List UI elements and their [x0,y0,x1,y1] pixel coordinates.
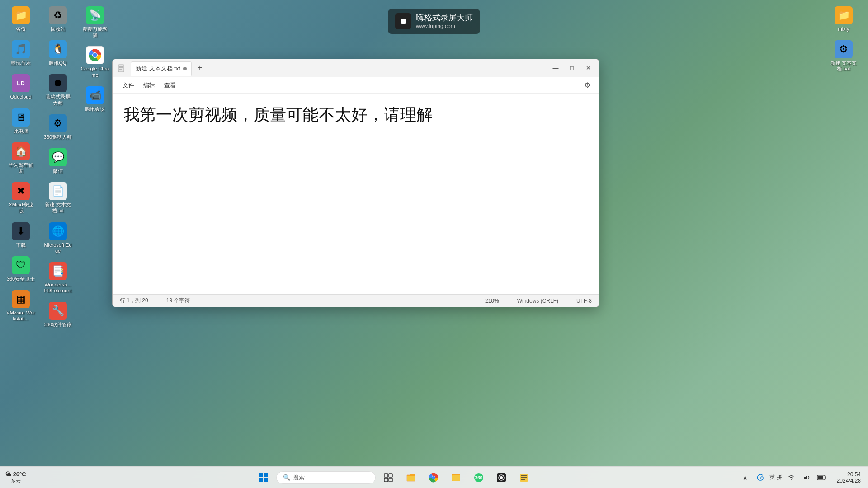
desktop-icon-label: 新建 文本文 档.bat [829,60,858,72]
svg-rect-13 [384,478,388,482]
notepad-window: 新建 文本文档.txt + — □ ✕ 文件 编辑 查看 ⚙ 我第一次剪视频，质… [112,59,599,307]
desktop-icon-huawei[interactable]: 🏠 华为驾车辅助 [5,141,37,176]
svg-point-17 [432,476,435,479]
huawei-icon: 🏠 [12,142,30,160]
desktop-icon-label: mixly [838,26,849,32]
desktop-icon-tencent-meeting[interactable]: 📹 腾讯会议 [79,84,111,114]
chrome-taskbar-button[interactable] [424,468,443,488]
weather-icon: 🌥 [5,471,11,478]
desktop-icon-label: 华为驾车辅助 [6,162,35,174]
desktop-icon-bat[interactable]: ⚙ 新建 文本文 档.bat [827,38,860,74]
tab-title: 新建 文本文档.txt [136,65,180,73]
desktop-icon-label: 360软件管家 [44,322,72,328]
desktop-icon-odecloud[interactable]: LD Odecloud [5,72,37,102]
taskbar-clock[interactable]: 20:54 2024/4/28 [831,470,863,485]
desktop-icon-computer[interactable]: 🖥 此电脑 [5,107,37,136]
notepad-menubar: 文件 编辑 查看 ⚙ [113,77,599,94]
battery-icon[interactable] [816,471,828,484]
taskbar: 🌥 26°C 多云 🔍 搜索 [0,466,868,488]
desktop-icon-label: 嗨格式录屏大师 [43,94,72,106]
task-view-button[interactable] [378,468,398,488]
lang-pin: 拼 [777,474,782,481]
lang-en: 英 [769,474,775,481]
desktop-icon-360safe[interactable]: 🛡 360安全卫士 [5,254,37,284]
svg-text:360: 360 [475,475,483,480]
chrome-icon [86,46,104,64]
volume-icon[interactable] [800,471,813,484]
settings-button[interactable]: ⚙ [581,79,594,92]
desktop-icon-360soft[interactable]: 🔧 360软件管家 [42,300,74,329]
editor-area[interactable]: 我第一次剪视频，质量可能不太好，请理解 [113,94,599,294]
download-icon: ⬇ [12,222,30,240]
desktop-icon-label: 菱菱万能聚播 [80,26,109,38]
svg-rect-3 [118,65,124,72]
desktop-icon-label: 此电脑 [14,128,28,134]
desktop-icon-newtxt[interactable]: 📄 新建 文本文档.txt [42,180,74,216]
svg-point-2 [93,53,97,57]
desktop-icon-label: Wondersh... PDFelement [43,282,72,294]
desktop-icon-vmware[interactable]: ▦ VMware Workstati... [5,288,37,324]
taskbar-search[interactable]: 🔍 搜索 [276,471,376,484]
notes-taskbar-button[interactable] [514,468,534,488]
desktop-icon-360drive[interactable]: ⚙ 360驱动大师 [42,113,74,142]
desktop-icon-mixly[interactable]: 📁 mixly [827,5,860,34]
explorer-button[interactable] [401,468,421,488]
desktop-icon-wondershare[interactable]: 📑 Wondersh... PDFelement [42,260,74,296]
tab-unsaved-indicator [183,67,187,70]
start-button[interactable] [254,468,274,488]
svg-rect-12 [389,474,392,477]
wifi-icon[interactable] [785,471,797,484]
desktop-icon-label: 下载 [16,242,26,248]
edge-tray-icon[interactable] [754,471,767,484]
menu-view[interactable]: 查看 [160,80,180,91]
desktop-icon-folder[interactable]: 📁 名份 [5,5,37,34]
desktop-icon-edge[interactable]: 🌐 Microsoft Edge [42,221,74,256]
bat-file-icon: ⚙ [835,40,853,58]
tencent-meeting-icon: 📹 [86,86,104,104]
desktop-icon-label: 名份 [16,26,26,32]
desktop-icon-xmind[interactable]: ✖ XMind专业版 [5,180,37,216]
new-tab-button[interactable]: + [193,62,206,75]
desktop-icon-label: 微信 [53,168,63,174]
xmind-icon: ✖ [12,182,30,200]
language-indicators[interactable]: 英 拼 [769,474,782,481]
luping-icon: ⏺ [49,74,67,92]
desktop-icon-games[interactable]: 🎵 酷玩音乐 [5,38,37,68]
char-count[interactable]: 19 个字符 [166,297,190,305]
recycle-icon: ♻ [49,6,67,24]
desktop-icon-wechat[interactable]: 💬 微信 [42,146,74,176]
taskbar-left: 🌥 26°C 多云 [0,471,54,484]
luping-taskbar-button[interactable] [491,468,511,488]
zoom-level[interactable]: 210% [485,298,499,304]
svg-rect-11 [384,474,388,477]
360-taskbar-button[interactable]: 360 [469,468,489,488]
desktop-icon-download[interactable]: ⬇ 下载 [5,221,37,250]
desktop-icon-recycle[interactable]: ♻ 回收站 [42,5,74,34]
close-button[interactable]: ✕ [581,62,595,75]
active-tab[interactable]: 新建 文本文档.txt [131,61,192,76]
show-hidden-tray[interactable]: ∧ [739,471,751,484]
desktop-icon-lingyin[interactable]: 📡 菱菱万能聚播 [79,5,111,40]
minimize-button[interactable]: — [548,62,563,75]
encoding[interactable]: UTF-8 [576,298,592,304]
files-button[interactable] [446,468,466,488]
editor-content: 我第一次剪视频，质量可能不太好，请理解 [123,103,588,127]
desktop-icon-label: Google Chrome [80,66,109,78]
menu-file[interactable]: 文件 [118,80,139,91]
taskbar-weather[interactable]: 🌥 26°C 多云 [5,471,26,484]
desktop-icon-chrome[interactable]: Google Chrome [79,44,111,80]
menu-edit[interactable]: 编辑 [139,80,160,91]
games-icon: 🎵 [12,40,30,58]
desktop-icon-luping[interactable]: ⏺ 嗨格式录屏大师 [42,72,74,108]
wondershare-icon: 📑 [49,262,67,280]
desktop-icon-qq[interactable]: 🐧 腾讯QQ [42,38,74,68]
svg-rect-14 [389,478,392,482]
line-ending[interactable]: Windows (CRLF) [517,298,558,304]
cursor-position[interactable]: 行 1，列 20 [120,297,148,305]
desktop-icon-label: 腾讯会议 [85,106,105,112]
desktop-icons-left: 📁 名份 🎵 酷玩音乐 LD Odecloud 🖥 此电脑 🏠 华为驾车辅助 ✖… [0,0,99,343]
desktop-icon-label: XMind专业版 [6,202,35,214]
svg-rect-9 [259,478,263,482]
360soft-icon: 🔧 [49,302,67,320]
maximize-button[interactable]: □ [565,62,579,75]
